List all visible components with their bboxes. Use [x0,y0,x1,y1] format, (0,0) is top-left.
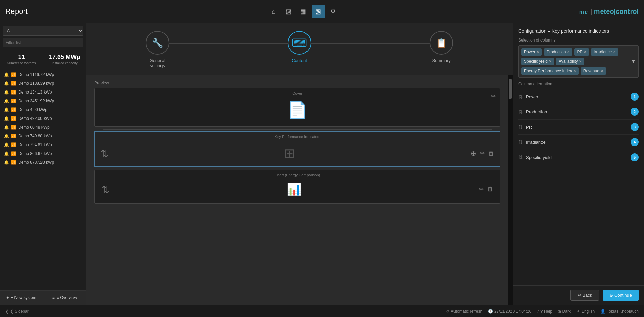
tag-label-pr: PR [577,50,583,54]
tag-remove-pr[interactable]: × [584,50,586,54]
tag-remove-power[interactable]: × [537,50,539,54]
kpi-edit-icon[interactable]: ✏ [480,150,485,157]
system-name: Demo 794.81 kWp [18,142,52,147]
sidebar-toggle-label: ❮ Sidebar [10,309,29,314]
sidebar-all-select[interactable]: All [3,26,83,36]
overview-button[interactable]: ≡ ≡ Overview [43,291,86,305]
drag-icon[interactable]: ⇅ [518,109,523,115]
chart-delete-icon[interactable]: 🗑 [487,186,493,193]
signal-icon: 📶 [11,99,16,103]
footer-left: ❮ ❮ Sidebar [5,309,29,314]
plus-icon: + [6,295,9,300]
list-item[interactable]: 🔔 📶 Demo 492.00 kWp [0,114,86,123]
tag-remove-availability[interactable]: × [579,59,582,63]
list-item[interactable]: 🔔 📶 Demo 1116.72 kWp [0,70,86,79]
calendar-nav-btn[interactable]: ▦ [297,5,310,18]
drag-icon[interactable]: ⇅ [518,154,523,161]
list-item[interactable]: 🔔 📶 Demo 60.48 kWp [0,123,86,132]
help-label: ? Help [540,309,552,314]
help-link[interactable]: ? ? Help [537,309,552,314]
sidebar-filter-input[interactable] [3,38,83,47]
cover-edit-icon[interactable]: ✏ [491,93,496,100]
right-panel-scroll[interactable]: Configuration – Key performance indicato… [513,23,644,285]
drag-icon[interactable]: ⇅ [518,139,523,146]
chart-block-title: Chart (Energy Comparison) [275,173,320,177]
signal-icon: 📶 [11,125,16,130]
orientation-item-production: ⇅ Production 2 [518,104,639,120]
wizard-step-summary[interactable]: 📋 Summary [371,31,513,63]
chart-move-icon[interactable]: ⇅ [101,184,109,195]
tag-power: Power × [521,48,542,56]
sidebar-stats: 11 Number of systems 17.65 MWp Installed… [0,50,86,69]
chart-edit-icon[interactable]: ✏ [479,186,484,193]
kpi-block-title: Key Performance Indicators [274,135,320,139]
tag-label-irradiance: Irradiance [594,50,612,54]
tag-remove-revenue[interactable]: × [601,69,603,73]
list-item[interactable]: 🔔 📶 Demo 134.13 kWp [0,88,86,97]
separator-1 [103,129,492,130]
list-item[interactable]: 🔔 📶 Demo 749.80 kWp [0,132,86,140]
systems-count-stat: 11 Number of systems [0,50,43,69]
auto-refresh-toggle[interactable]: ↻ Automatic refresh [446,309,482,314]
capacity-label: Installed capacity [47,61,82,65]
orientation-num: 3 [631,123,639,131]
preview-block-chart: Chart (Energy Comparison) ⇅ 📊 ✏ 🗑 [94,170,500,204]
wizard-step-content[interactable]: ⌨ Content [228,31,370,63]
list-item[interactable]: 🔔 📶 Demo 866.67 kWp [0,149,86,158]
preview-scrollbar[interactable] [508,75,513,305]
chart-bar-icon: 📊 [287,182,302,196]
kpi-move-icon[interactable]: ⇅ [100,148,108,159]
tag-remove-specific_yield[interactable]: × [549,59,551,63]
sidebar-systems-list: 🔔 📶 Demo 1116.72 kWp 🔔 📶 Demo 1188.39 kW… [0,69,86,290]
dark-mode-toggle[interactable]: ◑ Dark [558,309,571,314]
systems-count-label: Number of systems [4,61,39,65]
tag-remove-irradiance[interactable]: × [613,50,615,54]
wizard-step-general[interactable]: 🔧 Generalsettings [86,31,228,68]
list-item[interactable]: 🔔 📶 Demo 794.81 kWp [0,140,86,149]
system-name: Demo 749.80 kWp [18,134,52,138]
tag-label-epi: Energy Performance Index [524,69,572,73]
user-profile[interactable]: 👤 Tobias Knoblauch [600,309,639,314]
sidebar-filter-row: All [0,23,86,50]
home-nav-btn[interactable]: ⌂ [267,5,281,18]
new-system-button[interactable]: + + New system [0,291,43,305]
kpi-delete-icon[interactable]: 🗑 [488,150,494,157]
sidebar-chevron-icon: ❮ [5,309,9,314]
capacity-stat: 17.65 MWp Installed capacity [43,50,86,69]
list-item[interactable]: 🔔 📶 Demo 4.90 kWp [0,105,86,114]
bell-icon: 🔔 [4,151,9,156]
list-item[interactable]: 🔔 📶 Demo 8787.28 kWp [0,158,86,167]
sidebar-toggle[interactable]: ❮ ❮ Sidebar [5,309,29,314]
system-name: Demo 1188.39 kWp [18,81,54,86]
orientation-item-power: ⇅ Power 1 [518,89,639,104]
datetime-value: 27/11/2020 17:04:26 [494,309,531,314]
system-name: Demo 1116.72 kWp [18,72,54,77]
center-content: 🔧 Generalsettings ⌨ Content 📋 Summary Pr… [86,23,513,305]
language-selector[interactable]: 🏳 English [576,309,595,314]
continue-button[interactable]: ⊕ Continue [603,290,639,301]
preview-scroll[interactable]: Preview Cover 📄 ✏ Key Performance Indica… [86,75,508,305]
list-item[interactable]: 🔔 📶 Demo 1188.39 kWp [0,79,86,88]
cover-actions: ✏ [491,93,496,100]
report-nav-btn[interactable]: ▧ [312,5,325,18]
settings-nav-btn[interactable]: ⚙ [326,5,340,18]
bell-icon: 🔔 [4,116,9,121]
wizard-step-general-circle: 🔧 [146,31,169,55]
kpi-preview-block: Key Performance Indicators ⇅ ⊞ ⊕ ✏ 🗑 [94,131,500,167]
systems-count-value: 11 [4,54,39,61]
tags-dropdown-btn[interactable]: ▼ [631,59,636,64]
bell-icon: 🔔 [4,125,9,130]
signal-icon: 📶 [11,72,16,77]
tags-container[interactable]: Power × Production × PR × Irradiance × S… [518,45,639,78]
kpi-grid-icon: ⊞ [284,146,295,161]
orientation-num: 4 [631,138,639,146]
tag-remove-epi[interactable]: × [574,69,576,73]
drag-icon[interactable]: ⇅ [518,124,523,130]
tag-availability: Availability × [556,58,584,65]
chart-nav-btn[interactable]: ▨ [282,5,295,18]
tag-remove-production[interactable]: × [567,50,569,54]
back-button[interactable]: ↩ Back [570,290,599,301]
list-item[interactable]: 🔔 📶 Demo 3451.92 kWp [0,97,86,105]
drag-icon[interactable]: ⇅ [518,94,523,100]
preview-scrollbar-thumb[interactable] [509,79,512,99]
